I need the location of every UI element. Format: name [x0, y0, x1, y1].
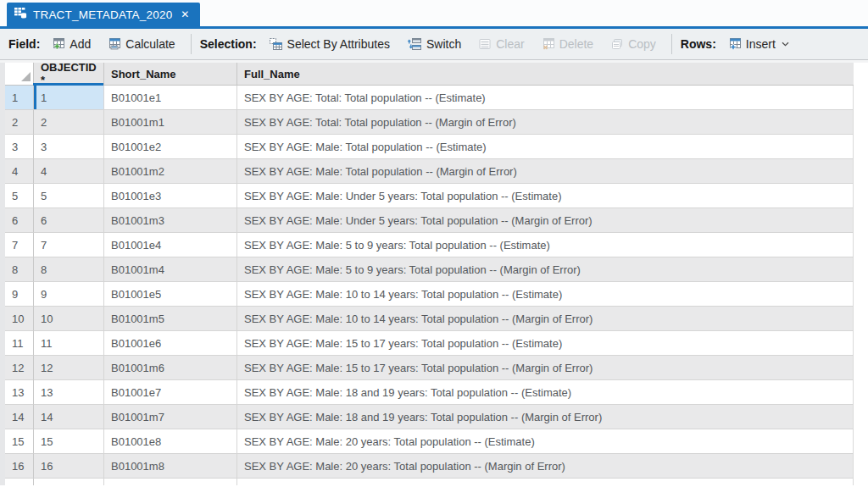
column-header-short-name[interactable]: Short_Name	[104, 63, 237, 86]
switch-selection-button[interactable]: Switch	[402, 35, 466, 53]
short-name-cell[interactable]: B01001e7	[104, 380, 237, 405]
select-by-attributes-button[interactable]: Select By Attributes	[264, 35, 395, 53]
delete-selection-button[interactable]: Delete	[537, 35, 598, 53]
short-name-cell[interactable]: B01001e6	[104, 331, 237, 356]
objectid-cell[interactable]	[34, 479, 104, 485]
tab-title: TRACT_METADATA_2020	[33, 8, 172, 21]
full-name-cell[interactable]: SEX BY AGE: Male: Under 5 years: Total p…	[237, 208, 854, 233]
full-name-cell[interactable]: SEX BY AGE: Male: 5 to 9 years: Total po…	[237, 233, 854, 257]
row-number-cell[interactable]: 5	[5, 184, 34, 208]
full-name-cell[interactable]: SEX BY AGE: Male: 20 years: Total popula…	[237, 454, 854, 479]
short-name-cell[interactable]: B01001m6	[104, 356, 237, 380]
full-name-cell[interactable]: SEX BY AGE: Total: Total population -- (…	[237, 110, 854, 135]
full-name-cell[interactable]: SEX BY AGE: Total: Total population -- (…	[237, 86, 854, 110]
objectid-cell[interactable]: 15	[34, 429, 104, 454]
table-header-row: OBJECTID * Short_Name Full_Name	[5, 63, 854, 86]
full-name-cell[interactable]: SEX BY AGE: Male: Under 5 years: Total p…	[237, 184, 854, 208]
short-name-cell[interactable]: B01001e3	[104, 184, 237, 208]
row-number-cell[interactable]	[5, 479, 34, 485]
attribute-table: OBJECTID * Short_Name Full_Name 1 1 B010…	[0, 63, 868, 485]
short-name-cell[interactable]: B01001e1	[104, 86, 237, 110]
column-header-objectid[interactable]: OBJECTID *	[34, 63, 104, 86]
objectid-cell[interactable]: 10	[34, 307, 104, 331]
objectid-cell[interactable]: 6	[34, 208, 104, 233]
objectid-cell[interactable]: 13	[34, 380, 104, 405]
row-number-cell[interactable]: 10	[5, 307, 34, 331]
row-number-cell[interactable]: 16	[5, 454, 34, 479]
objectid-cell[interactable]: 11	[34, 331, 104, 356]
objectid-cell[interactable]: 3	[34, 135, 104, 159]
full-name-cell[interactable]: SEX BY AGE: Male: 18 and 19 years: Total…	[237, 380, 854, 405]
full-name-cell[interactable]	[237, 479, 854, 485]
short-name-cell[interactable]: B01001m3	[104, 208, 237, 233]
insert-row-label: Insert	[746, 37, 776, 51]
add-field-button[interactable]: Add	[47, 35, 96, 53]
objectid-cell[interactable]: 1	[34, 86, 104, 110]
objectid-cell[interactable]: 14	[34, 405, 104, 429]
select-all-corner-cell[interactable]	[5, 63, 34, 86]
row-number-cell[interactable]: 12	[5, 356, 34, 380]
calculate-field-button[interactable]: Calculate	[103, 35, 180, 53]
short-name-cell[interactable]: B01001m5	[104, 307, 237, 331]
short-name-cell[interactable]: B01001e8	[104, 429, 237, 454]
clear-selection-icon	[478, 37, 492, 51]
table-toolbar: Field: Add	[0, 29, 868, 60]
full-name-cell[interactable]: SEX BY AGE: Male: 20 years: Total popula…	[237, 429, 854, 454]
full-name-cell[interactable]: SEX BY AGE: Male: 5 to 9 years: Total po…	[237, 257, 854, 282]
short-name-cell[interactable]: B01001m4	[104, 257, 237, 282]
select-by-attributes-label: Select By Attributes	[287, 37, 390, 51]
short-name-cell[interactable]: B01001m7	[104, 405, 237, 429]
row-number-cell[interactable]: 11	[5, 331, 34, 356]
copy-label: Copy	[628, 37, 656, 51]
full-name-cell[interactable]: SEX BY AGE: Male: 15 to 17 years: Total …	[237, 331, 854, 356]
table-icon	[14, 6, 27, 23]
close-icon[interactable]: ✕	[178, 8, 192, 20]
full-name-cell[interactable]: SEX BY AGE: Male: 10 to 14 years: Total …	[237, 307, 854, 331]
full-name-cell[interactable]: SEX BY AGE: Male: 15 to 17 years: Total …	[237, 356, 854, 380]
full-name-cell[interactable]: SEX BY AGE: Male: Total population -- (E…	[237, 135, 854, 159]
objectid-cell[interactable]: 5	[34, 184, 104, 208]
full-name-cell[interactable]: SEX BY AGE: Male: 10 to 14 years: Total …	[237, 282, 854, 307]
row-number-cell[interactable]: 2	[5, 110, 34, 135]
clear-selection-label: Clear	[496, 37, 524, 51]
row-number-cell[interactable]: 14	[5, 405, 34, 429]
column-header-full-name[interactable]: Full_Name	[237, 63, 854, 86]
row-number-cell[interactable]: 9	[5, 282, 34, 307]
objectid-cell[interactable]: 4	[34, 159, 104, 184]
tab-tract-metadata-2020[interactable]: TRACT_METADATA_2020 ✕	[7, 3, 200, 26]
table-row: 16 16 B01001m8 SEX BY AGE: Male: 20 year…	[5, 454, 854, 479]
short-name-cell[interactable]: B01001e2	[104, 135, 237, 159]
row-number-cell[interactable]: 15	[5, 429, 34, 454]
add-field-label: Add	[70, 37, 91, 51]
insert-row-button[interactable]: Insert	[723, 35, 794, 53]
row-number-cell[interactable]: 3	[5, 135, 34, 159]
short-name-cell[interactable]: B01001e5	[104, 282, 237, 307]
calculate-field-icon	[108, 37, 121, 51]
table-row: 15 15 B01001e8 SEX BY AGE: Male: 20 year…	[5, 429, 854, 454]
row-number-cell[interactable]: 7	[5, 233, 34, 257]
objectid-cell[interactable]: 2	[34, 110, 104, 135]
objectid-cell[interactable]: 7	[34, 233, 104, 257]
short-name-cell[interactable]: B01001e4	[104, 233, 237, 257]
objectid-cell[interactable]: 9	[34, 282, 104, 307]
table-row: 8 8 B01001m4 SEX BY AGE: Male: 5 to 9 ye…	[5, 257, 854, 282]
row-number-cell[interactable]: 1	[5, 86, 34, 110]
row-number-cell[interactable]: 13	[5, 380, 34, 405]
short-name-cell[interactable]	[104, 479, 237, 485]
full-name-cell[interactable]: SEX BY AGE: Male: Total population -- (M…	[237, 159, 854, 184]
clear-selection-button[interactable]: Clear	[473, 35, 529, 53]
short-name-cell[interactable]: B01001m2	[104, 159, 237, 184]
objectid-cell[interactable]: 8	[34, 257, 104, 282]
table-row: 12 12 B01001m6 SEX BY AGE: Male: 15 to 1…	[5, 356, 854, 380]
rows-group-label: Rows:	[681, 37, 716, 51]
short-name-cell[interactable]: B01001m8	[104, 454, 237, 479]
short-name-cell[interactable]: B01001m1	[104, 110, 237, 135]
copy-button[interactable]: Copy	[605, 35, 661, 53]
objectid-cell[interactable]: 16	[34, 454, 104, 479]
switch-selection-icon	[407, 37, 422, 51]
row-number-cell[interactable]: 4	[5, 159, 34, 184]
row-number-cell[interactable]: 6	[5, 208, 34, 233]
full-name-cell[interactable]: SEX BY AGE: Male: 18 and 19 years: Total…	[237, 405, 854, 429]
row-number-cell[interactable]: 8	[5, 257, 34, 282]
objectid-cell[interactable]: 12	[34, 356, 104, 380]
